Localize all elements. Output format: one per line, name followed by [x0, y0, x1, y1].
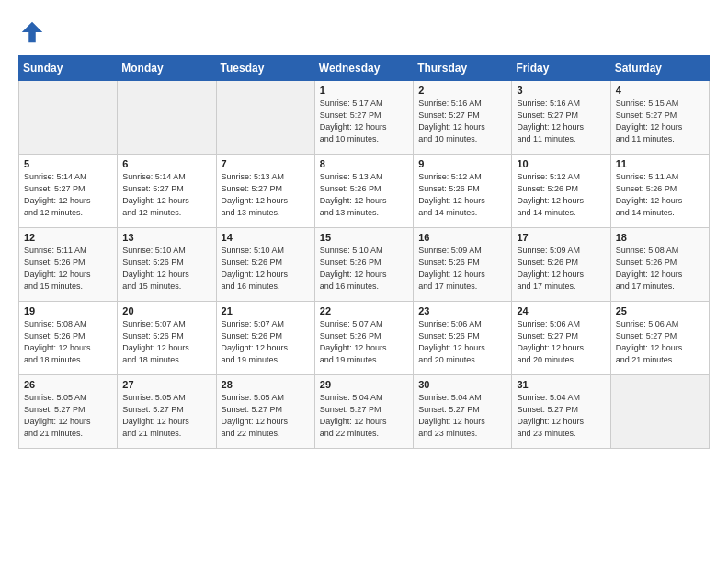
day-info: Sunrise: 5:11 AM Sunset: 5:26 PM Dayligh…: [24, 245, 112, 293]
calendar-cell: 11Sunrise: 5:11 AM Sunset: 5:26 PM Dayli…: [610, 155, 709, 228]
day-number: 26: [24, 379, 112, 390]
day-info: Sunrise: 5:07 AM Sunset: 5:26 PM Dayligh…: [122, 318, 210, 366]
calendar-cell: 28Sunrise: 5:05 AM Sunset: 5:27 PM Dayli…: [216, 375, 314, 449]
day-info: Sunrise: 5:05 AM Sunset: 5:27 PM Dayligh…: [222, 392, 310, 440]
calendar-cell: 17Sunrise: 5:09 AM Sunset: 5:26 PM Dayli…: [512, 228, 610, 302]
calendar-cell: 24Sunrise: 5:06 AM Sunset: 5:27 PM Dayli…: [512, 302, 610, 375]
day-info: Sunrise: 5:05 AM Sunset: 5:27 PM Dayligh…: [122, 392, 210, 440]
calendar-cell: 27Sunrise: 5:05 AM Sunset: 5:27 PM Dayli…: [118, 375, 216, 449]
day-info: Sunrise: 5:13 AM Sunset: 5:27 PM Dayligh…: [222, 171, 310, 219]
day-info: Sunrise: 5:06 AM Sunset: 5:26 PM Dayligh…: [418, 318, 506, 366]
day-info: Sunrise: 5:17 AM Sunset: 5:27 PM Dayligh…: [320, 98, 408, 145]
calendar-cell: 15Sunrise: 5:10 AM Sunset: 5:26 PM Dayli…: [314, 228, 413, 302]
day-number: 5: [24, 158, 112, 169]
day-info: Sunrise: 5:08 AM Sunset: 5:26 PM Dayligh…: [616, 245, 704, 293]
day-number: 23: [418, 305, 506, 316]
calendar-cell: 2Sunrise: 5:16 AM Sunset: 5:27 PM Daylig…: [414, 81, 512, 155]
day-number: 16: [418, 232, 506, 243]
weekday-header-row: SundayMondayTuesdayWednesdayThursdayFrid…: [19, 56, 710, 81]
svg-marker-0: [22, 22, 43, 43]
calendar-cell: 7Sunrise: 5:13 AM Sunset: 5:27 PM Daylig…: [216, 155, 314, 228]
day-number: 13: [122, 232, 210, 243]
day-info: Sunrise: 5:14 AM Sunset: 5:27 PM Dayligh…: [122, 171, 210, 219]
day-number: 2: [418, 85, 506, 96]
calendar-week-row: 1Sunrise: 5:17 AM Sunset: 5:27 PM Daylig…: [19, 81, 710, 155]
calendar-cell: 1Sunrise: 5:17 AM Sunset: 5:27 PM Daylig…: [314, 81, 413, 155]
calendar-cell: 10Sunrise: 5:12 AM Sunset: 5:26 PM Dayli…: [512, 155, 610, 228]
calendar-cell: 20Sunrise: 5:07 AM Sunset: 5:26 PM Dayli…: [118, 302, 216, 375]
page-header: [18, 18, 710, 46]
calendar-cell: 12Sunrise: 5:11 AM Sunset: 5:26 PM Dayli…: [19, 228, 118, 302]
day-number: 11: [616, 158, 704, 169]
day-number: 3: [517, 85, 605, 96]
calendar-cell: 21Sunrise: 5:07 AM Sunset: 5:26 PM Dayli…: [216, 302, 314, 375]
calendar-cell: 26Sunrise: 5:05 AM Sunset: 5:27 PM Dayli…: [19, 375, 118, 449]
calendar-week-row: 19Sunrise: 5:08 AM Sunset: 5:26 PM Dayli…: [19, 302, 710, 375]
weekday-header: Saturday: [610, 56, 709, 81]
day-info: Sunrise: 5:12 AM Sunset: 5:26 PM Dayligh…: [517, 171, 605, 219]
day-number: 29: [320, 379, 408, 390]
weekday-header: Thursday: [414, 56, 512, 81]
calendar-cell: 25Sunrise: 5:06 AM Sunset: 5:27 PM Dayli…: [610, 302, 709, 375]
weekday-header: Wednesday: [314, 56, 413, 81]
calendar-week-row: 12Sunrise: 5:11 AM Sunset: 5:26 PM Dayli…: [19, 228, 710, 302]
calendar-cell: 31Sunrise: 5:04 AM Sunset: 5:27 PM Dayli…: [512, 375, 610, 449]
day-number: 17: [517, 232, 605, 243]
day-info: Sunrise: 5:11 AM Sunset: 5:26 PM Dayligh…: [616, 171, 704, 219]
calendar-cell: 4Sunrise: 5:15 AM Sunset: 5:27 PM Daylig…: [610, 81, 709, 155]
calendar-cell: 3Sunrise: 5:16 AM Sunset: 5:27 PM Daylig…: [512, 81, 610, 155]
day-info: Sunrise: 5:06 AM Sunset: 5:27 PM Dayligh…: [517, 318, 605, 366]
calendar-cell: 29Sunrise: 5:04 AM Sunset: 5:27 PM Dayli…: [314, 375, 413, 449]
calendar-cell: 9Sunrise: 5:12 AM Sunset: 5:26 PM Daylig…: [414, 155, 512, 228]
day-number: 20: [122, 305, 210, 316]
day-number: 27: [122, 379, 210, 390]
calendar-week-row: 26Sunrise: 5:05 AM Sunset: 5:27 PM Dayli…: [19, 375, 710, 449]
day-number: 4: [616, 85, 704, 96]
day-number: 21: [222, 305, 310, 316]
logo: [18, 18, 51, 46]
day-info: Sunrise: 5:09 AM Sunset: 5:26 PM Dayligh…: [517, 245, 605, 293]
day-info: Sunrise: 5:10 AM Sunset: 5:26 PM Dayligh…: [122, 245, 210, 293]
weekday-header: Friday: [512, 56, 610, 81]
calendar-table: SundayMondayTuesdayWednesdayThursdayFrid…: [18, 55, 710, 449]
day-info: Sunrise: 5:05 AM Sunset: 5:27 PM Dayligh…: [24, 392, 112, 440]
day-info: Sunrise: 5:06 AM Sunset: 5:27 PM Dayligh…: [616, 318, 704, 366]
day-number: 25: [616, 305, 704, 316]
day-number: 15: [320, 232, 408, 243]
calendar-cell: 5Sunrise: 5:14 AM Sunset: 5:27 PM Daylig…: [19, 155, 118, 228]
day-number: 1: [320, 85, 408, 96]
day-info: Sunrise: 5:10 AM Sunset: 5:26 PM Dayligh…: [222, 245, 310, 293]
calendar-cell: 8Sunrise: 5:13 AM Sunset: 5:26 PM Daylig…: [314, 155, 413, 228]
day-number: 8: [320, 158, 408, 169]
day-info: Sunrise: 5:04 AM Sunset: 5:27 PM Dayligh…: [517, 392, 605, 440]
calendar-cell: 19Sunrise: 5:08 AM Sunset: 5:26 PM Dayli…: [19, 302, 118, 375]
day-number: 10: [517, 158, 605, 169]
day-number: 6: [122, 158, 210, 169]
calendar-cell: 18Sunrise: 5:08 AM Sunset: 5:26 PM Dayli…: [610, 228, 709, 302]
calendar-cell: [610, 375, 709, 449]
day-number: 12: [24, 232, 112, 243]
day-info: Sunrise: 5:12 AM Sunset: 5:26 PM Dayligh…: [418, 171, 506, 219]
calendar-cell: 13Sunrise: 5:10 AM Sunset: 5:26 PM Dayli…: [118, 228, 216, 302]
calendar-cell: [118, 81, 216, 155]
day-info: Sunrise: 5:16 AM Sunset: 5:27 PM Dayligh…: [517, 98, 605, 145]
calendar-cell: 30Sunrise: 5:04 AM Sunset: 5:27 PM Dayli…: [414, 375, 512, 449]
day-number: 9: [418, 158, 506, 169]
day-number: 28: [222, 379, 310, 390]
day-number: 18: [616, 232, 704, 243]
day-number: 19: [24, 305, 112, 316]
calendar-cell: 14Sunrise: 5:10 AM Sunset: 5:26 PM Dayli…: [216, 228, 314, 302]
day-info: Sunrise: 5:04 AM Sunset: 5:27 PM Dayligh…: [418, 392, 506, 440]
calendar-cell: 23Sunrise: 5:06 AM Sunset: 5:26 PM Dayli…: [414, 302, 512, 375]
day-info: Sunrise: 5:04 AM Sunset: 5:27 PM Dayligh…: [320, 392, 408, 440]
calendar-cell: [19, 81, 118, 155]
weekday-header: Tuesday: [216, 56, 314, 81]
logo-icon: [18, 18, 46, 46]
day-info: Sunrise: 5:07 AM Sunset: 5:26 PM Dayligh…: [320, 318, 408, 366]
day-number: 14: [222, 232, 310, 243]
day-number: 7: [222, 158, 310, 169]
day-info: Sunrise: 5:10 AM Sunset: 5:26 PM Dayligh…: [320, 245, 408, 293]
weekday-header: Monday: [118, 56, 216, 81]
weekday-header: Sunday: [19, 56, 118, 81]
day-number: 30: [418, 379, 506, 390]
